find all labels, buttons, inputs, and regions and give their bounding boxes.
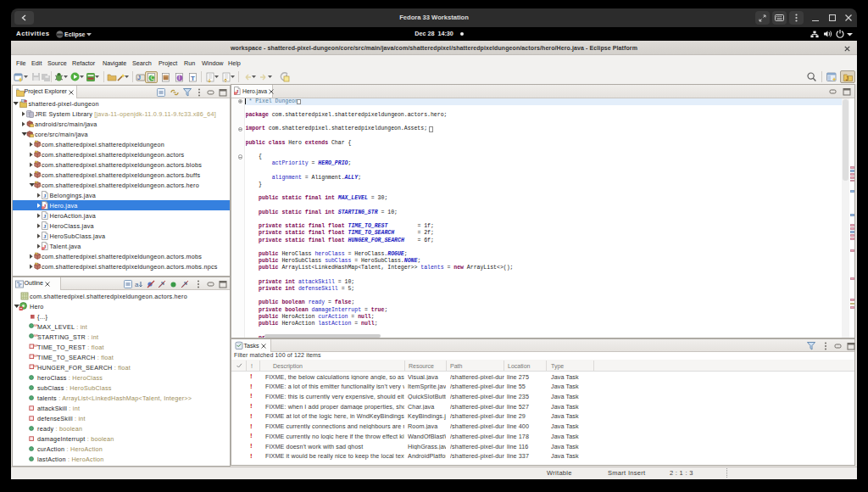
svg-text:J: J — [43, 193, 47, 199]
svg-text:T: T — [191, 75, 195, 82]
svg-text:J: J — [137, 75, 141, 81]
svg-text:J: J — [43, 223, 47, 230]
svg-text:J: J — [43, 233, 47, 240]
svg-text:I: I — [179, 75, 181, 81]
svg-text:J: J — [43, 213, 47, 220]
svg-text:a: a — [135, 281, 139, 288]
svg-text:J: J — [845, 75, 849, 81]
svg-text:C: C — [151, 75, 155, 81]
